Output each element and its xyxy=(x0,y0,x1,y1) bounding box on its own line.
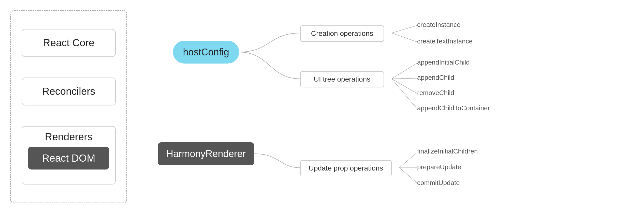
appendChildToContainer-label: appendChildToContainer xyxy=(417,104,490,112)
createInstance-label: createInstance xyxy=(417,21,461,29)
creation-operations-label: Creation operations xyxy=(311,29,373,38)
leaf-commitUpdate: commitUpdate xyxy=(417,179,460,187)
leaf-appendChild: appendChild xyxy=(417,74,454,82)
ui-tree-operations-label: UI tree operations xyxy=(314,75,371,83)
diagram-container: React Core Reconcilers Renderers React D… xyxy=(0,0,644,215)
leaf-removeChild: removeChild xyxy=(417,89,454,97)
react-core-box: React Core xyxy=(22,29,116,57)
ui-tree-operations-box: UI tree operations xyxy=(300,71,384,87)
commitUpdate-label: commitUpdate xyxy=(417,179,460,187)
svg-line-3 xyxy=(392,78,417,79)
renderers-label: Renderers xyxy=(45,131,93,143)
reconcilers-box: Reconcilers xyxy=(22,78,116,105)
renderers-box: Renderers React DOM xyxy=(22,126,116,185)
leaf-finalizeInitialChildren: finalizeInitialChildren xyxy=(417,147,478,155)
svg-line-8 xyxy=(399,168,417,183)
appendChild-label: appendChild xyxy=(417,74,454,82)
leaf-appendInitialChild: appendInitialChild xyxy=(417,58,470,66)
left-panel: React Core Reconcilers Renderers React D… xyxy=(10,10,127,203)
leaf-createInstance: createInstance xyxy=(417,21,461,29)
finalizeInitialChildren-label: finalizeInitialChildren xyxy=(417,147,478,155)
update-prop-operations-box: Update prop operations xyxy=(300,160,392,176)
leaf-appendChildToContainer: appendChildToContainer xyxy=(417,104,490,112)
leaf-createTextInstance: createTextInstance xyxy=(417,37,473,45)
creation-operations-box: Creation operations xyxy=(300,25,384,42)
svg-line-4 xyxy=(392,79,417,94)
hostconfig-node: hostConfig xyxy=(173,41,239,64)
svg-line-0 xyxy=(392,25,417,33)
leaf-prepareUpdate: prepareUpdate xyxy=(417,163,461,171)
svg-line-1 xyxy=(392,33,417,42)
harmonyrenderer-node: HarmonyRenderer xyxy=(158,142,254,165)
prepareUpdate-label: prepareUpdate xyxy=(417,163,461,171)
react-dom-label: React DOM xyxy=(42,152,95,164)
hostconfig-label: hostConfig xyxy=(183,47,229,58)
react-core-label: React Core xyxy=(43,37,94,49)
svg-line-6 xyxy=(399,152,417,168)
update-prop-operations-label: Update prop operations xyxy=(309,164,383,172)
createTextInstance-label: createTextInstance xyxy=(417,37,473,45)
appendInitialChild-label: appendInitialChild xyxy=(417,58,470,66)
harmonyrenderer-label: HarmonyRenderer xyxy=(166,148,246,159)
react-dom-box: React DOM xyxy=(28,147,109,170)
reconcilers-label: Reconcilers xyxy=(42,86,95,97)
removeChild-label: removeChild xyxy=(417,89,454,97)
svg-line-2 xyxy=(392,63,417,79)
svg-line-5 xyxy=(392,79,417,109)
